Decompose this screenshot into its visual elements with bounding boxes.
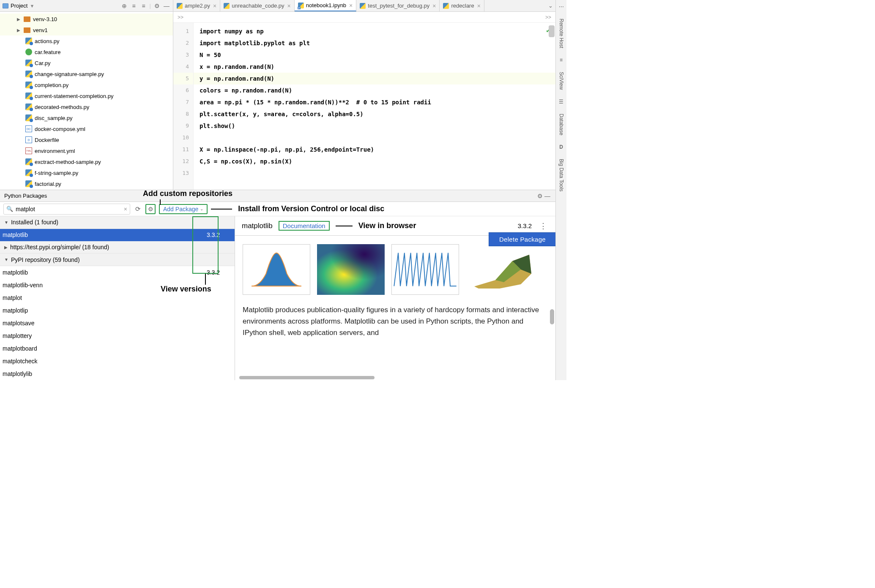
code-line[interactable]: import matplotlib.pyplot as plt	[194, 37, 555, 49]
reload-icon[interactable]: ⟳	[134, 205, 142, 213]
sidebar-bigdata[interactable]: Big Data Tools	[558, 157, 565, 193]
package-row[interactable]: matplotsave	[0, 317, 235, 329]
code-line[interactable]	[194, 167, 555, 179]
locate-icon[interactable]: ⊕	[120, 2, 128, 10]
code-line[interactable]: X = np.linspace(-np.pi, np.pi, 256,endpo…	[194, 144, 555, 155]
clear-icon[interactable]: ×	[124, 206, 127, 212]
group-label: https://test.pypi.org/simple/ (18 found)	[10, 244, 109, 250]
breadcrumb[interactable]: >> >>	[173, 12, 555, 23]
editor-tab[interactable]: unreachable_code.py×	[220, 0, 295, 11]
package-row[interactable]: matplotlylib	[0, 368, 235, 380]
code-line[interactable]: area = np.pi * (15 * np.random.rand(N))*…	[194, 96, 555, 108]
tree-folder[interactable]: ▶ venv1	[0, 24, 173, 35]
code-line[interactable]: import numpy as np	[194, 25, 555, 37]
close-icon[interactable]: ×	[287, 3, 291, 9]
package-row[interactable]: matplotboard	[0, 342, 235, 355]
code-line[interactable]: C,S = np.cos(X), np.sin(X)	[194, 155, 555, 167]
package-row[interactable]: matplottery	[0, 329, 235, 342]
project-panel-title[interactable]: Project	[11, 3, 27, 9]
collapse-all-icon[interactable]: ≡	[140, 2, 148, 10]
svg-rect-1	[317, 244, 385, 295]
add-package-button[interactable]: Add Package ⌄	[159, 204, 208, 214]
tree-file[interactable]: disc_sample.py	[0, 112, 173, 123]
python-file-icon	[25, 71, 32, 77]
tree-file[interactable]: DDockerfile	[0, 134, 173, 145]
editor-tab[interactable]: ample2.py×	[173, 0, 220, 11]
delete-package-menu-item[interactable]: Delete Package	[489, 232, 555, 246]
editor-tab[interactable]: redeclare×	[440, 0, 484, 11]
line-number: 11	[173, 144, 193, 155]
close-icon[interactable]: ×	[477, 3, 481, 9]
tree-file[interactable]: car.feature	[0, 46, 173, 57]
expand-all-icon[interactable]: ≡	[130, 2, 138, 10]
documentation-link[interactable]: Documentation	[279, 221, 330, 231]
chevron-right-icon: ▶	[4, 245, 8, 250]
tree-file[interactable]: DCdocker-compose.yml	[0, 123, 173, 134]
python-file-icon	[443, 3, 449, 9]
code-editor[interactable]: 12345678910111213 ✔ import numpy as npim…	[173, 23, 555, 190]
editor-scrollbar[interactable]	[549, 25, 555, 37]
gear-icon[interactable]: ⚙	[536, 192, 544, 200]
package-row[interactable]: matplotlib-venn	[0, 279, 235, 291]
chevron-right-icon[interactable]: ▶	[17, 28, 21, 33]
tree-file[interactable]: decorated-methods.py	[0, 101, 173, 112]
tree-file[interactable]: change-signature-sample.py	[0, 68, 173, 79]
package-row[interactable]: matplot	[0, 291, 235, 304]
code-line[interactable]: y = np.random.rand(N)	[194, 73, 555, 84]
tree-file[interactable]: exctract-method-sample.py	[0, 156, 173, 167]
tabs-overflow-icon[interactable]: ⌄	[546, 0, 555, 11]
detail-description: Matplotlib produces publication-quality …	[243, 304, 548, 339]
more-actions-icon[interactable]: ⋮	[538, 221, 549, 231]
editor-tab-active[interactable]: notebook1.ipynb×	[295, 0, 357, 11]
package-name: matplotcheck	[2, 358, 232, 365]
close-icon[interactable]: ×	[213, 3, 216, 9]
horizontal-scrollbar[interactable]	[235, 376, 555, 380]
code-line[interactable]: x = np.random.rand(N)	[194, 61, 555, 73]
code-lines[interactable]: ✔ import numpy as npimport matplotlib.py…	[194, 23, 555, 190]
tab-label: test_pytest_for_debug.py	[368, 3, 429, 9]
more-icon[interactable]: ⋯	[558, 3, 565, 10]
group-label: Installed (1 found)	[11, 219, 58, 226]
tree-file[interactable]: YMLenvironment.yml	[0, 145, 173, 156]
sidebar-database[interactable]: Database	[558, 112, 565, 137]
sidebar-sciview[interactable]: SciView	[558, 70, 565, 91]
minimize-icon[interactable]: —	[544, 192, 551, 200]
code-line[interactable]: N = 50	[194, 49, 555, 61]
tree-file[interactable]: f-string-sample.py	[0, 167, 173, 178]
chevron-down-icon[interactable]: ▼	[30, 3, 34, 8]
project-tree[interactable]: ▶ venv-3.10 ▶ venv1 actions.pycar.featur…	[0, 12, 173, 190]
editor-tab[interactable]: test_pytest_for_debug.py×	[356, 0, 440, 11]
gear-icon[interactable]: ⚙	[153, 2, 161, 10]
editor-tab-bar: ample2.py×unreachable_code.py×notebook1.…	[173, 0, 555, 12]
package-row[interactable]: matplotlip	[0, 304, 235, 317]
chevron-down-icon: ⌄	[200, 207, 203, 211]
code-line[interactable]: plt.show()	[194, 120, 555, 132]
tree-item-label: f-string-sample.py	[35, 170, 78, 176]
right-tool-sidebar: ⋯ Remote Host ≡ SciView ☰ Database D Big…	[555, 0, 566, 380]
chevron-right-icon[interactable]: ▶	[17, 17, 21, 22]
detail-scrollbar[interactable]	[550, 309, 554, 324]
code-line[interactable]: plt.scatter(x, y, s=area, c=colors, alph…	[194, 108, 555, 120]
annotation-version-box	[192, 216, 219, 274]
tree-item-label: actions.py	[35, 38, 60, 44]
packages-search-input[interactable]	[16, 206, 121, 212]
sidebar-remote-host[interactable]: Remote Host	[558, 17, 565, 50]
tree-folder[interactable]: ▶ venv-3.10	[0, 14, 173, 24]
tree-file[interactable]: Car.py	[0, 57, 173, 68]
tree-file[interactable]: current-statement-completion.py	[0, 90, 173, 101]
close-icon[interactable]: ×	[432, 3, 436, 9]
close-icon[interactable]: ×	[349, 2, 353, 9]
code-line[interactable]	[194, 132, 555, 144]
tree-item-label: docker-compose.yml	[35, 126, 85, 132]
minimize-icon[interactable]: —	[163, 2, 170, 10]
manage-repos-button[interactable]: ⚙	[145, 204, 156, 214]
packages-search-box[interactable]: 🔍 ×	[3, 204, 130, 215]
code-line[interactable]: colors = np.random.rand(N)	[194, 84, 555, 96]
tree-file[interactable]: completion.py	[0, 79, 173, 90]
chevron-down-icon: ▼	[4, 257, 8, 262]
package-row[interactable]: matplotcheck	[0, 355, 235, 368]
tree-file[interactable]: actions.py	[0, 35, 173, 46]
python-file-icon	[25, 180, 32, 187]
tree-file[interactable]: factorial.py	[0, 178, 173, 189]
package-name: matplotlip	[2, 307, 232, 314]
